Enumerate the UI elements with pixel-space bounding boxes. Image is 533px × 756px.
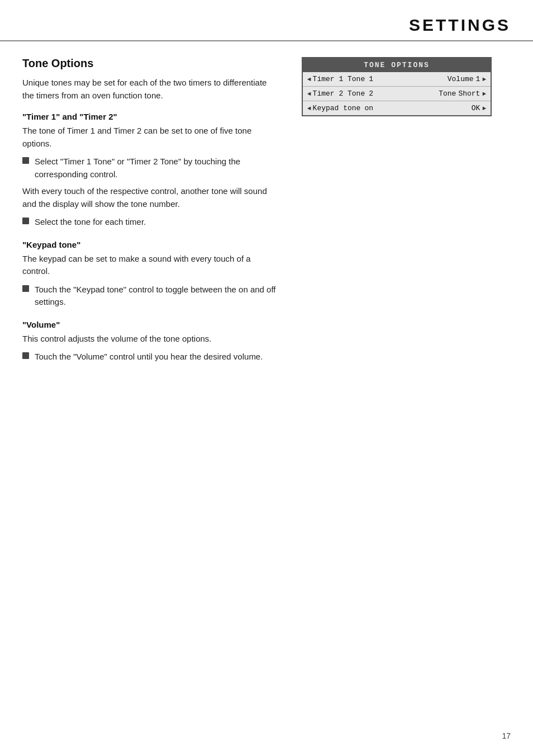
arrow-right-timer1[interactable]: ► [482,76,486,83]
row-left-keypad: ◄ Keypad tone on [307,104,386,112]
bullet-item: Select the tone for each timer. [22,216,279,229]
bullet-text: Select the tone for each timer. [35,216,279,229]
row-right-timer1: Volume 1 ► [448,75,486,83]
timer1-sublabel: Volume [448,75,474,83]
page-header: SETTINGS [0,0,533,41]
timer1-value: 1 [369,75,373,83]
tone-panel-row-keypad[interactable]: ◄ Keypad tone on OK ► [303,101,491,115]
subsection-volume-body: This control adjusts the volume of the t… [22,333,279,346]
bullet-icon [22,157,29,164]
row-right-timer2: Tone Short ► [439,89,486,98]
subsection-timer-tones-extra: With every touch of the respective contr… [22,185,279,210]
bullet-icon [22,285,29,292]
arrow-left-timer2[interactable]: ◄ [307,91,311,97]
left-column: Tone Options Unique tones may be set for… [22,57,279,375]
tone-panel-header: TONE OPTIONS [303,58,491,72]
subsection-volume: "Volume" This control adjusts the volume… [22,320,279,363]
arrow-left-timer1[interactable]: ◄ [307,76,311,83]
timer1-label: Timer 1 Tone [313,75,365,83]
timer1-subvalue: 1 [476,75,480,83]
arrow-right-timer2[interactable]: ► [482,91,486,97]
tone-options-panel: TONE OPTIONS ◄ Timer 1 Tone 1 Volume 1 ►… [302,57,492,116]
bullet-item: Touch the "Keypad tone" control to toggl… [22,284,279,309]
arrow-right-keypad[interactable]: ► [482,105,486,112]
right-column: TONE OPTIONS ◄ Timer 1 Tone 1 Volume 1 ►… [302,57,503,375]
timer2-label: Timer 2 Tone [313,89,365,98]
keypad-label: Keypad tone [313,104,361,112]
keypad-value: on [364,104,373,112]
bullet-text: Touch the "Keypad tone" control to toggl… [35,284,279,309]
subsection-timer-tones-body: The tone of Timer 1 and Timer 2 can be s… [22,125,279,150]
bullet-text: Touch the "Volume" control until you hea… [35,351,279,363]
section-heading: Tone Options [22,57,279,70]
row-left-timer1: ◄ Timer 1 Tone 1 [307,75,386,83]
timer2-value: 2 [369,89,373,98]
page-title: SETTINGS [409,16,511,34]
arrow-left-keypad[interactable]: ◄ [307,105,311,112]
section-intro: Unique tones may be set for each of the … [22,77,279,102]
content-area: Tone Options Unique tones may be set for… [0,41,533,397]
bullet-item: Touch the "Volume" control until you hea… [22,351,279,363]
row-right-keypad: OK ► [469,104,486,112]
bullet-text: Select "Timer 1 Tone" or "Timer 2 Tone" … [35,155,279,181]
tone-panel-row-timer1[interactable]: ◄ Timer 1 Tone 1 Volume 1 ► [303,72,491,87]
subsection-volume-title: "Volume" [22,320,279,329]
timer2-sublabel: Tone [439,89,456,98]
bullet-item: Select "Timer 1 Tone" or "Timer 2 Tone" … [22,155,279,181]
subsection-keypad-tone-body: The keypad can be set to make a sound wi… [22,253,279,278]
subsection-keypad-tone-title: "Keypad tone" [22,240,279,249]
bullet-icon [22,352,29,359]
keypad-subvalue: OK [472,104,480,112]
timer2-subvalue: Short [458,89,480,98]
tone-panel-row-timer2[interactable]: ◄ Timer 2 Tone 2 Tone Short ► [303,87,491,101]
subsection-timer-tones-title: "Timer 1" and "Timer 2" [22,112,279,121]
subsection-keypad-tone: "Keypad tone" The keypad can be set to m… [22,240,279,309]
row-left-timer2: ◄ Timer 2 Tone 2 [307,89,386,98]
subsection-timer-tones: "Timer 1" and "Timer 2" The tone of Time… [22,112,279,229]
page-number: 17 [502,731,511,740]
bullet-icon [22,218,29,224]
